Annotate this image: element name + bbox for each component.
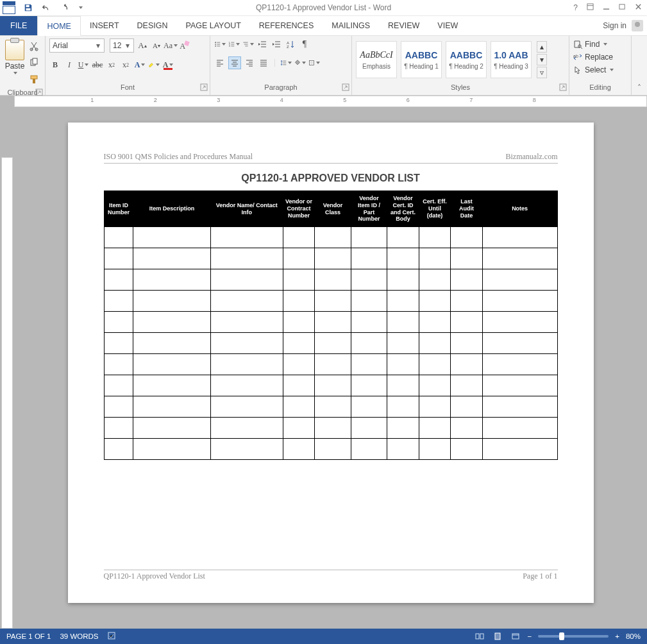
tab-design[interactable]: DESIGN — [128, 16, 177, 35]
table-row[interactable] — [104, 418, 557, 439]
align-right-button[interactable] — [244, 57, 255, 69]
align-center-button[interactable] — [228, 56, 241, 69]
close-button[interactable] — [635, 3, 642, 12]
styles-more-button[interactable]: ▿ — [537, 67, 547, 78]
font-name-select[interactable]: Arial▾ — [49, 38, 105, 53]
table-row[interactable] — [104, 396, 557, 418]
undo-button[interactable] — [40, 2, 53, 13]
change-case-button[interactable]: Aa — [165, 40, 176, 51]
tab-review[interactable]: REVIEW — [379, 16, 428, 35]
tab-mailings[interactable]: MAILINGS — [323, 16, 379, 35]
styles-up-button[interactable]: ▴ — [537, 41, 547, 53]
paragraph-launcher[interactable] — [342, 83, 349, 91]
table-row[interactable] — [104, 354, 557, 375]
zoom-out-button[interactable]: − — [528, 632, 532, 640]
font-launcher[interactable] — [200, 83, 208, 91]
paste-button[interactable]: Paste — [4, 38, 26, 74]
table-row[interactable] — [104, 333, 557, 354]
col-audit-date: Last Audit Date — [451, 191, 482, 227]
print-layout-button[interactable] — [492, 631, 503, 641]
horizontal-ruler[interactable]: 12 34 56 78 — [0, 96, 647, 107]
style-emphasis[interactable]: AaBbCcIEmphasis — [356, 41, 397, 78]
subscript-button[interactable]: x2 — [106, 59, 117, 71]
table-header-row: Item ID Number Item Description Vendor N… — [104, 191, 557, 227]
grow-font-button[interactable]: A▴ — [137, 40, 148, 51]
underline-button[interactable]: U — [78, 59, 89, 71]
tab-file[interactable]: FILE — [0, 16, 37, 35]
customize-qat-button[interactable] — [76, 5, 85, 10]
tab-references[interactable]: REFERENCES — [250, 16, 323, 35]
svg-rect-30 — [495, 633, 500, 640]
doc-header-right: Bizmanualz.com — [506, 152, 558, 162]
table-row[interactable] — [104, 439, 557, 460]
save-button[interactable] — [22, 2, 35, 13]
status-page[interactable]: PAGE 1 OF 1 — [6, 632, 51, 640]
zoom-level[interactable]: 80% — [626, 632, 641, 640]
svg-point-15 — [215, 44, 216, 45]
font-size-select[interactable]: 12▾ — [110, 38, 134, 53]
tab-page-layout[interactable]: PAGE LAYOUT — [176, 16, 249, 35]
styles-down-button[interactable]: ▾ — [537, 54, 547, 65]
strikethrough-button[interactable]: abc — [92, 59, 103, 71]
spellcheck-button[interactable] — [108, 631, 118, 641]
italic-button[interactable]: I — [63, 59, 75, 71]
vertical-ruler[interactable] — [0, 107, 14, 629]
zoom-slider[interactable] — [538, 635, 609, 638]
bold-button[interactable]: B — [49, 59, 61, 71]
shrink-font-button[interactable]: A▾ — [151, 40, 162, 51]
collapse-ribbon-button[interactable]: ˄ — [632, 36, 647, 95]
format-painter-button[interactable] — [27, 73, 41, 86]
doc-header: ISO 9001 QMS Policies and Procedures Man… — [104, 152, 558, 164]
justify-button[interactable] — [258, 57, 269, 69]
zoom-in-button[interactable]: + — [615, 632, 619, 640]
cut-button[interactable] — [27, 40, 41, 53]
superscript-button[interactable]: x2 — [120, 59, 131, 71]
web-layout-button[interactable] — [510, 631, 521, 641]
redo-button[interactable] — [58, 2, 71, 13]
table-row[interactable] — [104, 269, 557, 291]
table-row[interactable] — [104, 375, 557, 396]
doc-header-left: ISO 9001 QMS Policies and Procedures Man… — [104, 152, 253, 162]
highlight-button[interactable] — [148, 59, 160, 71]
clear-formatting-button[interactable]: A — [179, 40, 190, 51]
style-heading2[interactable]: AABBC¶ Heading 2 — [446, 41, 487, 78]
copy-button[interactable] — [27, 56, 41, 69]
text-effects-button[interactable]: A — [134, 59, 146, 71]
svg-rect-7 — [33, 58, 37, 64]
table-row[interactable] — [104, 227, 557, 248]
user-avatar-icon[interactable] — [632, 20, 643, 31]
numbering-button[interactable]: 123 — [228, 38, 240, 50]
align-left-button[interactable] — [214, 57, 226, 69]
decrease-indent-button[interactable] — [256, 38, 268, 50]
style-heading3[interactable]: 1.0 AAB¶ Heading 3 — [491, 41, 532, 78]
multilevel-list-button[interactable] — [242, 38, 254, 50]
font-color-button[interactable]: A — [162, 59, 174, 71]
sign-in-link[interactable]: Sign in — [603, 21, 626, 30]
line-spacing-button[interactable] — [280, 57, 292, 69]
minimize-button[interactable] — [603, 3, 610, 12]
status-words[interactable]: 39 WORDS — [60, 632, 98, 640]
tab-insert[interactable]: INSERT — [81, 16, 128, 35]
tab-home[interactable]: HOME — [37, 16, 81, 36]
show-marks-button[interactable]: ¶ — [299, 38, 310, 50]
find-button[interactable]: Find — [573, 40, 614, 49]
page: ISO 9001 QMS Policies and Procedures Man… — [68, 123, 594, 603]
table-row[interactable] — [104, 291, 557, 312]
borders-button[interactable] — [308, 57, 320, 69]
sort-button[interactable]: AZ — [285, 38, 296, 50]
read-mode-button[interactable] — [474, 631, 485, 641]
bullets-button[interactable] — [214, 38, 226, 50]
style-heading1[interactable]: AABBC¶ Heading 1 — [401, 41, 442, 78]
select-button[interactable]: Select — [573, 65, 614, 74]
document-area[interactable]: ISO 9001 QMS Policies and Procedures Man… — [14, 107, 647, 629]
ribbon-display-button[interactable] — [587, 3, 594, 12]
tab-view[interactable]: VIEW — [428, 16, 467, 35]
styles-launcher[interactable] — [559, 83, 567, 91]
increase-indent-button[interactable] — [271, 38, 282, 50]
replace-button[interactable]: abReplace — [573, 53, 614, 62]
table-row[interactable] — [104, 312, 557, 333]
maximize-button[interactable] — [619, 3, 626, 12]
table-row[interactable] — [104, 248, 557, 269]
shading-button[interactable] — [294, 57, 306, 69]
help-button[interactable]: ? — [573, 3, 578, 12]
